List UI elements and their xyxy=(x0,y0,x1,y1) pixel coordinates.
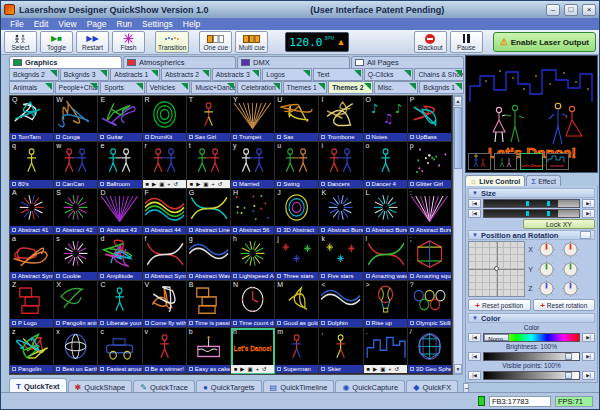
preview-thumb-3-selected[interactable]: Let's Dance! xyxy=(520,153,543,170)
position-options-button[interactable] xyxy=(580,231,591,239)
size-x-start-button[interactable]: |◀ xyxy=(468,199,481,208)
loop-icon[interactable]: ↺ xyxy=(395,365,400,373)
brightness-start-button[interactable]: |◀ xyxy=(468,352,481,361)
size-section-header[interactable]: ▼ Size xyxy=(468,188,595,198)
page-tab-people-characters[interactable]: People+Characters xyxy=(55,81,100,94)
cue-cell-abstract-41[interactable]: AAbstract 41 xyxy=(10,189,54,235)
size-y-slider[interactable] xyxy=(483,209,580,218)
cue-cell-rise-up[interactable]: >Rise up xyxy=(364,281,408,327)
flash-button[interactable]: Flash xyxy=(112,31,145,53)
page-tab-bckgnds-3[interactable]: Bckgnds 3 xyxy=(60,68,110,81)
cue-cell-easy-as-cake[interactable]: bEasy as cake xyxy=(187,328,231,374)
stop-icon[interactable]: ■ xyxy=(146,180,149,188)
cue-cell-abstract-lines[interactable]: GAbstract Lines xyxy=(187,189,231,235)
minimize-button[interactable]: – xyxy=(546,4,560,16)
cue-cell-olympic-skills[interactable]: ?Olympic Skills xyxy=(408,281,452,327)
menu-settings[interactable]: Settings xyxy=(137,19,178,29)
loop-icon[interactable]: ↺ xyxy=(218,180,223,188)
size-x-end-button[interactable]: ▶| xyxy=(582,199,595,208)
page-tab-abstracts-3[interactable]: Abstracts 3 xyxy=(212,68,262,81)
reset-position-button[interactable]: + Reset position xyxy=(468,299,531,311)
move-icon[interactable]: + xyxy=(256,365,259,373)
menu-page[interactable]: Page xyxy=(82,19,112,29)
menu-file[interactable]: File xyxy=(5,19,29,29)
cue-cell-abstract-waves[interactable]: gAbstract Waves xyxy=(187,235,231,281)
loop-icon[interactable]: ↺ xyxy=(262,365,267,373)
rotation-knob-y-2[interactable] xyxy=(559,261,582,278)
play-icon[interactable]: ▶ xyxy=(240,365,244,373)
cue-cell-abstract-burst-1[interactable]: KAbstract Burst 1 xyxy=(319,189,363,235)
tab-live-control[interactable]: ☼ Live Control xyxy=(465,175,525,186)
norm-button[interactable]: Norm. xyxy=(484,334,509,341)
stop-icon[interactable]: ■ xyxy=(190,180,193,188)
cue-cell-abstract-sym[interactable]: fAbstract Sym xyxy=(143,235,187,281)
cue-cell-swing[interactable]: uSwing xyxy=(275,142,319,188)
cue-cell-sax-girl[interactable]: TSax Girl xyxy=(187,96,231,142)
cue-cell-amazing-waves[interactable]: lAmazing waves xyxy=(364,235,408,281)
category-tab-dmx[interactable]: DMX xyxy=(237,56,350,68)
move-icon[interactable]: + xyxy=(167,180,170,188)
category-tab-atmospherics[interactable]: Atmospherics xyxy=(123,56,236,68)
size-y-start-button[interactable]: |◀ xyxy=(468,209,481,218)
menu-view[interactable]: View xyxy=(53,19,81,29)
maximize-button[interactable]: □ xyxy=(564,4,578,16)
cue-cell-fastest-around[interactable]: cFastest around xyxy=(98,328,142,374)
preview-thumb-4[interactable] xyxy=(546,153,569,170)
enable-laser-output-button[interactable]: ⚠ Enable Laser Output xyxy=(493,32,596,52)
page-tab-misc-[interactable]: Misc. xyxy=(374,81,419,94)
move-icon[interactable]: + xyxy=(212,180,215,188)
cue-cell-liberate-yourself[interactable]: CLiberate yourself xyxy=(98,281,142,327)
cue-cell-3d-geo-sphere[interactable]: /3D Geo Sphere xyxy=(408,328,452,374)
preview-thumb-2[interactable] xyxy=(494,153,517,170)
frame-icon[interactable]: ▣ xyxy=(380,365,385,373)
page-tab-themes-1[interactable]: Themes 1 xyxy=(283,81,328,94)
cue-cell-dancers[interactable]: iDancers xyxy=(319,142,363,188)
close-button[interactable]: × xyxy=(582,4,596,16)
select-button[interactable]: Select xyxy=(4,31,37,53)
cue-cell-abstract-burst-2[interactable]: LAbstract Burst 2 xyxy=(364,189,408,235)
loop-icon[interactable]: ↺ xyxy=(174,180,179,188)
cue-cell-best-on-earth[interactable]: xBest on Earth xyxy=(54,328,98,374)
frame-icon[interactable]: ▣ xyxy=(159,180,164,188)
cue-cell-ballroom[interactable]: eBallroom xyxy=(98,142,142,188)
reset-rotation-button[interactable]: + Reset rotation xyxy=(533,299,596,311)
page-tab-abstracts-1[interactable]: Abstracts 1 xyxy=(110,68,160,81)
pause-button[interactable]: Pause xyxy=(450,31,483,53)
menu-help[interactable]: Help xyxy=(178,19,205,29)
category-tab-all-pages[interactable]: All Pages xyxy=(351,56,464,68)
cue-cell-five-stars[interactable]: kFive stars xyxy=(319,235,363,281)
cue-cell-glitter-girl[interactable]: pGlitter Girl xyxy=(408,142,452,188)
cue-cell-abstract-sym-2[interactable]: aAbstract Sym 2 xyxy=(10,235,54,281)
cue-cell-time-is-passing[interactable]: BTime is passing xyxy=(187,281,231,327)
cue-cell-notes[interactable]: O♪♫♪Notes xyxy=(364,96,408,142)
scroll-up-arrow[interactable]: ▲ xyxy=(454,96,462,106)
play-icon[interactable]: ▶ xyxy=(373,365,377,373)
cue-cell-abstract-44[interactable]: FAbstract 44 xyxy=(143,189,187,235)
cue-cell-cookie[interactable]: sCookie xyxy=(54,235,98,281)
cue-cell-abstract-42[interactable]: SAbstract 42 xyxy=(54,189,98,235)
color-section-header[interactable]: ▼ Color xyxy=(468,313,595,323)
menu-run[interactable]: Run xyxy=(112,19,138,29)
cue-cell-good-as-gold[interactable]: MGood as gold xyxy=(275,281,319,327)
page-tab-animals[interactable]: Animals xyxy=(9,81,54,94)
cue-cell-pangolin[interactable]: zPangolin xyxy=(10,328,54,374)
multi-cue-button[interactable]: Multi cue xyxy=(235,31,268,53)
restart-button[interactable]: ▶▶ Restart xyxy=(76,31,109,53)
page-tab-bckgnds-1[interactable]: Bckgnds 1 xyxy=(419,81,464,94)
cue-cell-trombone[interactable]: ITrombone xyxy=(319,96,363,142)
category-tab-graphics[interactable]: Graphics xyxy=(9,56,122,68)
page-tab-logos[interactable]: Logos xyxy=(262,68,312,81)
cue-cell-three-stars[interactable]: jThree stars xyxy=(275,235,319,281)
cue-cell-dancer-4[interactable]: oDancer 4 xyxy=(364,142,408,188)
scrollbar-thumb[interactable] xyxy=(454,107,462,169)
color-start-button[interactable]: |◀ xyxy=(468,333,481,342)
cue-cell-superman[interactable]: mSuperman xyxy=(275,328,319,374)
cue-cell-be-a-winner-[interactable]: vBe a winner! xyxy=(143,328,187,374)
cue-cell-time-count-down[interactable]: NTime count down xyxy=(231,281,275,327)
rotation-knob-y-1[interactable] xyxy=(535,261,558,278)
cue-cell-80-s[interactable]: q80's xyxy=(10,142,54,188)
page-tab-music-dancers[interactable]: Music+Dancers xyxy=(191,81,236,94)
page-tab-vehicles[interactable]: Vehicles xyxy=(146,81,191,94)
cue-cell-lightspeed-abs[interactable]: hLightspeed Abs xyxy=(231,235,275,281)
cue-cell-abstract-43[interactable]: DAbstract 43 xyxy=(98,189,142,235)
